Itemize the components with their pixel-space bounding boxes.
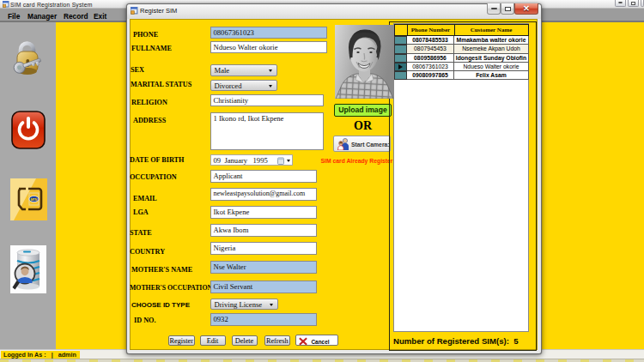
svg-text:MTN: MTN — [31, 198, 38, 202]
